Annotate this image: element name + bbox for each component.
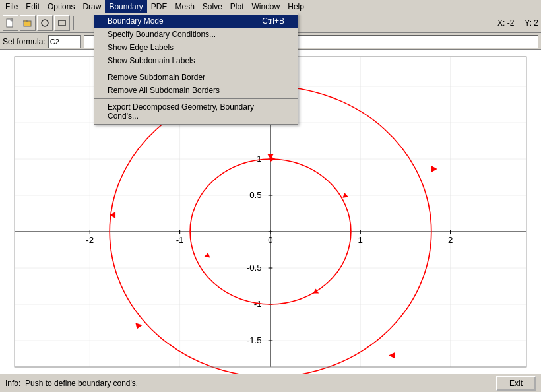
boundary-menu-section-3: Export Decomposed Geometry, Boundary Con… bbox=[94, 98, 298, 124]
boundary-menu-section-2: Remove Subdomain Border Remove All Subdo… bbox=[94, 69, 298, 98]
show-subdomain-labels-item[interactable]: Show Subdomain Labels bbox=[94, 54, 298, 67]
export-geometry-item[interactable]: Export Decomposed Geometry, Boundary Con… bbox=[94, 100, 298, 123]
menu-options[interactable]: Options bbox=[44, 0, 79, 13]
status-info-text: Push to define boundary cond's. bbox=[25, 379, 138, 388]
exit-button[interactable]: Exit bbox=[496, 376, 536, 391]
menu-plot[interactable]: Plot bbox=[226, 0, 248, 13]
svg-rect-2 bbox=[24, 20, 27, 22]
svg-text:-0.5: -0.5 bbox=[247, 264, 262, 273]
menu-mesh[interactable]: Mesh bbox=[171, 0, 198, 13]
status-info: Info: Push to define boundary cond's. bbox=[5, 379, 496, 388]
svg-text:0.5: 0.5 bbox=[249, 191, 261, 200]
menu-pde[interactable]: PDE bbox=[147, 0, 172, 13]
remove-subdomain-border-item[interactable]: Remove Subdomain Border bbox=[94, 71, 298, 84]
menu-window[interactable]: Window bbox=[248, 0, 284, 13]
boundary-mode-item[interactable]: Boundary Mode Ctrl+B bbox=[94, 15, 298, 28]
formula-label: Set formula: bbox=[3, 37, 46, 46]
svg-text:-1: -1 bbox=[176, 236, 184, 245]
y-coord-display: Y: 2 bbox=[525, 18, 538, 28]
menu-solve[interactable]: Solve bbox=[199, 0, 226, 13]
menu-boundary[interactable]: Boundary bbox=[105, 0, 146, 13]
status-info-label: Info: bbox=[5, 379, 20, 388]
status-bar: Info: Push to define boundary cond's. Ex… bbox=[0, 374, 541, 392]
svg-text:-1: -1 bbox=[254, 300, 262, 309]
svg-text:-1.5: -1.5 bbox=[247, 337, 262, 345]
new-button[interactable] bbox=[3, 15, 18, 31]
menu-help[interactable]: Help bbox=[284, 0, 308, 13]
menu-edit[interactable]: Edit bbox=[22, 0, 44, 13]
x-coord-display: X: -2 bbox=[497, 18, 514, 28]
svg-text:0: 0 bbox=[268, 236, 272, 245]
svg-text:-2: -2 bbox=[86, 236, 94, 245]
rectangle-button[interactable] bbox=[54, 15, 70, 31]
formula-input[interactable] bbox=[48, 35, 81, 48]
boundary-menu-section-1: Boundary Mode Ctrl+B Specify Boundary Co… bbox=[94, 13, 298, 69]
toolbar-separator bbox=[73, 16, 74, 30]
remove-all-subdomain-borders-item[interactable]: Remove All Subdomain Borders bbox=[94, 84, 298, 97]
open-button[interactable] bbox=[20, 15, 36, 31]
menu-bar: File Edit Options Draw Boundary PDE Mesh… bbox=[0, 0, 541, 13]
svg-text:1: 1 bbox=[358, 236, 363, 245]
svg-rect-4 bbox=[59, 20, 65, 26]
svg-text:2: 2 bbox=[448, 236, 453, 245]
show-edge-labels-item[interactable]: Show Edge Labels bbox=[94, 41, 298, 54]
specify-boundary-item[interactable]: Specify Boundary Conditions... bbox=[94, 28, 298, 41]
menu-file[interactable]: File bbox=[1, 0, 22, 13]
svg-point-3 bbox=[42, 20, 48, 26]
menu-draw[interactable]: Draw bbox=[79, 0, 105, 13]
ellipse-button[interactable] bbox=[37, 15, 53, 31]
boundary-dropdown: Boundary Mode Ctrl+B Specify Boundary Co… bbox=[94, 13, 298, 125]
